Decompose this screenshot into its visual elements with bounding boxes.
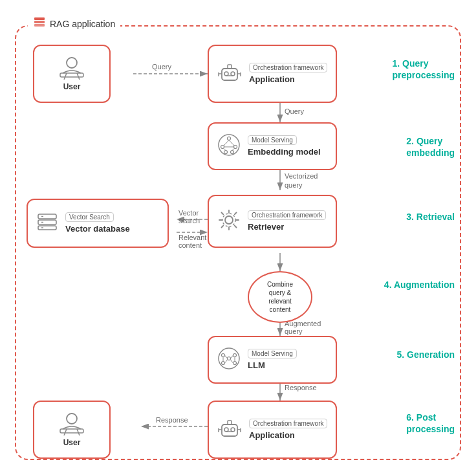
svg-line-55 xyxy=(225,360,228,363)
svg-point-48 xyxy=(222,353,225,357)
step-3: 3. Retrieval xyxy=(406,211,455,223)
svg-point-68 xyxy=(67,413,77,424)
llm-icon xyxy=(217,346,241,373)
svg-line-56 xyxy=(231,360,233,363)
llm-box: Model Serving LLM xyxy=(208,336,337,384)
svg-line-34 xyxy=(224,140,229,146)
user-bottom-label: User xyxy=(63,438,81,447)
svg-point-32 xyxy=(224,150,228,153)
svg-point-60 xyxy=(224,428,228,432)
svg-point-19 xyxy=(224,72,228,76)
combine-text: Combinequery &relevantcontent xyxy=(265,278,296,316)
arrow-label-response1: Response xyxy=(285,384,317,391)
svg-point-28 xyxy=(219,135,239,155)
user-top-label: User xyxy=(63,82,81,91)
svg-line-71 xyxy=(77,429,80,435)
embedding-icon xyxy=(217,133,241,160)
svg-line-35 xyxy=(229,140,234,146)
svg-point-33 xyxy=(231,150,234,153)
vectordb-name: Vector database xyxy=(65,224,130,234)
app-top-service: Orchestration framework xyxy=(249,63,327,72)
retriever-icon xyxy=(217,208,241,235)
svg-point-40 xyxy=(222,214,235,226)
user-bottom-icon xyxy=(58,412,86,435)
svg-rect-42 xyxy=(38,220,56,225)
app-bottom-name: Application xyxy=(249,430,295,440)
app-top-box: Orchestration framework Application xyxy=(208,45,337,103)
app-top-icon xyxy=(217,60,243,88)
svg-rect-22 xyxy=(228,65,232,69)
svg-line-70 xyxy=(64,429,67,435)
embedding-name: Embedding model xyxy=(248,147,321,157)
retriever-name: Retriever xyxy=(248,222,284,232)
svg-line-37 xyxy=(232,148,234,150)
llm-service: Model Serving xyxy=(248,349,297,358)
llm-name: LLM xyxy=(248,360,265,370)
arrow-label-query2: Query xyxy=(285,107,304,115)
svg-rect-1 xyxy=(34,21,45,23)
svg-point-39 xyxy=(225,216,233,224)
rag-title: RAG application xyxy=(28,16,120,32)
app-top-name: Application xyxy=(249,74,295,84)
step-6: 6. Postprocessing xyxy=(406,412,455,435)
vectordb-box: Vector Search Vector database xyxy=(27,199,169,248)
rag-icon xyxy=(33,16,46,32)
svg-point-29 xyxy=(228,137,231,140)
svg-point-52 xyxy=(228,357,231,360)
arrow-label-relevant-content: Relevantcontent xyxy=(178,234,206,249)
arrow-label-response2: Response xyxy=(156,416,188,424)
svg-point-31 xyxy=(234,145,237,148)
arrow-label-vectorized: Vectorizedquery xyxy=(285,171,318,190)
app-bottom-service: Orchestration framework xyxy=(249,419,327,428)
arrow-label-vector-search: Vectorsearch xyxy=(178,209,200,225)
vectordb-icon xyxy=(36,210,59,236)
diagram-container: RAG application xyxy=(8,7,468,467)
svg-point-61 xyxy=(231,428,235,432)
svg-rect-15 xyxy=(60,73,83,77)
svg-rect-69 xyxy=(60,429,83,433)
arrow-label-augmented: Augmentedquery xyxy=(285,320,321,335)
embedding-service: Model Serving xyxy=(248,135,297,145)
user-top-icon xyxy=(58,56,86,80)
svg-rect-41 xyxy=(38,214,56,219)
retriever-service: Orchestration framework xyxy=(248,210,326,220)
svg-rect-43 xyxy=(38,226,56,230)
combine-box: Combinequery &relevantcontent xyxy=(248,271,312,323)
svg-rect-0 xyxy=(34,24,45,27)
app-bottom-icon xyxy=(217,415,243,444)
step-1: 1. Querypreprocessing xyxy=(393,58,455,81)
svg-line-16 xyxy=(64,73,67,80)
app-bottom-box: Orchestration framework Application xyxy=(208,401,337,459)
step-2: 2. Queryembedding xyxy=(406,135,455,159)
arrow-label-query1: Query xyxy=(152,63,171,71)
svg-point-14 xyxy=(67,58,77,68)
svg-point-20 xyxy=(231,72,235,76)
embedding-box: Model Serving Embedding model xyxy=(208,122,337,170)
svg-line-17 xyxy=(77,73,80,80)
step-4: 4. Augmentation xyxy=(384,279,455,291)
svg-rect-63 xyxy=(228,421,232,424)
svg-line-36 xyxy=(224,148,226,150)
svg-point-51 xyxy=(233,361,237,364)
svg-point-50 xyxy=(222,361,225,364)
user-top-box: User xyxy=(33,45,111,103)
vectordb-service: Vector Search xyxy=(65,212,114,222)
retriever-box: Orchestration framework Retriever xyxy=(208,195,337,248)
svg-point-49 xyxy=(233,353,237,357)
svg-point-30 xyxy=(221,145,224,148)
svg-line-53 xyxy=(225,355,228,358)
svg-point-47 xyxy=(219,348,239,369)
step-5: 5. Generation xyxy=(397,349,455,360)
user-bottom-box: User xyxy=(33,401,111,459)
svg-line-54 xyxy=(231,355,233,358)
svg-rect-2 xyxy=(34,17,45,20)
